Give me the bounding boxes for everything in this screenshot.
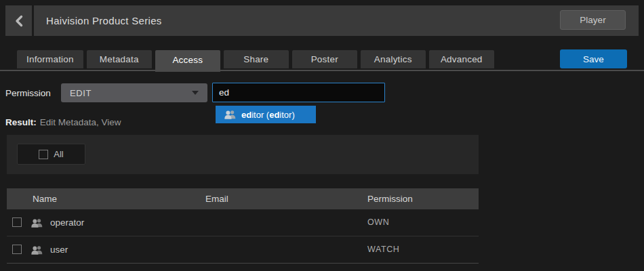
column-header-email: Email (205, 188, 228, 209)
result-line: Result:Edit Metadata, View (5, 117, 121, 127)
cell-name: operator (50, 209, 84, 236)
permission-dropdown-value: EDIT (70, 88, 92, 98)
select-all-checkbox[interactable] (39, 150, 48, 159)
suggestion-text: editor (editor) (241, 110, 295, 120)
tab-poster[interactable]: Poster (292, 50, 357, 68)
access-settings-page: Haivision Product Series Player Informat… (0, 0, 644, 271)
permission-dropdown[interactable]: EDIT (61, 83, 207, 102)
tab-access[interactable]: Access (155, 50, 220, 72)
select-all-bar: All (7, 135, 479, 174)
tab-information[interactable]: Information (17, 50, 83, 68)
cell-permission: WATCH (367, 236, 399, 263)
table-header: Name Email Permission (7, 188, 479, 209)
user-search-input[interactable] (212, 83, 385, 102)
column-header-permission: Permission (367, 188, 413, 209)
users-icon (31, 218, 43, 228)
row-checkbox[interactable] (12, 245, 22, 254)
table-row-user[interactable]: userWATCH (7, 236, 479, 264)
tab-share[interactable]: Share (224, 50, 289, 68)
result-value: Edit Metadata, View (40, 117, 121, 127)
title-bar: Haivision Product Series Player (34, 5, 639, 36)
chevron-left-icon (14, 15, 24, 27)
save-button[interactable]: Save (560, 49, 627, 68)
tab-strip-divider (0, 70, 644, 71)
row-checkbox[interactable] (12, 217, 22, 227)
column-header-name: Name (33, 188, 57, 209)
tab-strip: InformationMetadataAccessSharePosterAnal… (17, 50, 494, 68)
tab-advanced[interactable]: Advanced (429, 50, 494, 68)
users-icon (224, 110, 236, 119)
tab-analytics[interactable]: Analytics (361, 50, 426, 68)
tab-metadata[interactable]: Metadata (87, 50, 152, 68)
table-row-operator[interactable]: operatorOWN (7, 209, 479, 236)
cell-permission: OWN (367, 209, 389, 236)
page-title: Haivision Product Series (46, 15, 162, 26)
cell-name: user (50, 236, 68, 263)
select-all-button[interactable]: All (17, 144, 85, 165)
player-button[interactable]: Player (560, 10, 626, 30)
typeahead-suggestion-editor[interactable]: editor (editor) (216, 106, 316, 123)
users-icon (31, 245, 43, 255)
caret-down-icon (192, 91, 199, 95)
back-button[interactable] (5, 5, 32, 36)
permission-label: Permission (5, 88, 51, 98)
select-all-label: All (54, 149, 63, 159)
table-body: operatorOWN userWATCH (7, 209, 479, 264)
result-label: Result: (5, 117, 37, 127)
permissions-table: Name Email Permission operatorOWN userWA… (7, 188, 479, 264)
